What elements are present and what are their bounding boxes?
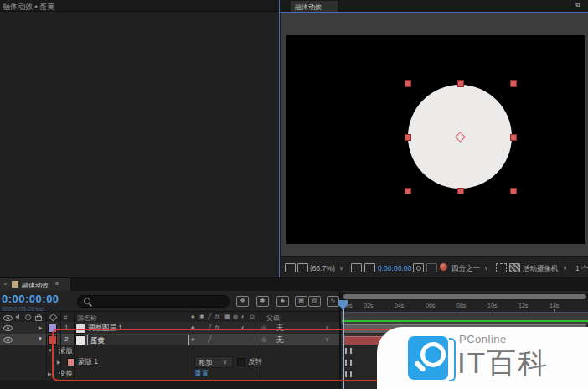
draft-3d-icon[interactable]: ✱: [256, 296, 269, 307]
composition-panel: 融体动效 ⧉ (66.7%) ∨ 0:00:00:00 四分之一 ∨ 活动摄像机…: [279, 0, 588, 277]
current-time-display[interactable]: 0:00:00:00: [2, 293, 59, 305]
ruler-label: 04s: [395, 303, 404, 309]
resolution-value[interactable]: 四分之一: [451, 264, 480, 274]
ruler-label: 06s: [426, 303, 435, 309]
watermark-logo: [408, 336, 448, 380]
watermark-title: IT百科: [457, 344, 549, 383]
timeline-tab-bar: × 融体动效 ≡: [0, 278, 588, 291]
panel-corner-icon[interactable]: ⧉: [575, 1, 580, 9]
search-input[interactable]: [77, 295, 230, 308]
selection-handle[interactable]: [405, 134, 411, 141]
expand-triangle-icon[interactable]: ▼: [38, 336, 43, 341]
monitor-icon[interactable]: [297, 263, 308, 272]
fx-switch-icon: fx: [215, 314, 219, 319]
lock-column-icon: [35, 316, 42, 321]
expand-triangle-icon[interactable]: ▶: [48, 371, 52, 376]
motion-blur-icon[interactable]: ◍: [308, 296, 321, 307]
selection-handle[interactable]: [457, 188, 464, 194]
resolution-chevron-icon[interactable]: ∨: [484, 265, 488, 272]
magnification-value[interactable]: (66.7%): [310, 264, 335, 272]
selection-handle[interactable]: [405, 188, 411, 194]
after-effects-window: { "left_panel": { "title": "融体动效 • 蛋黄" }…: [0, 0, 588, 389]
ruler-label: 02s: [364, 303, 373, 309]
selection-handle[interactable]: [510, 134, 517, 141]
selection-handle[interactable]: [510, 188, 517, 194]
shy-switch-icon: ♣: [191, 314, 195, 319]
audio-column-icon: [15, 314, 19, 319]
timeline-tab[interactable]: × 融体动效 ≡: [0, 278, 70, 291]
comp-tab-bar: 融体动效 ⧉: [280, 0, 588, 13]
comp-tab-label: 融体动效: [295, 3, 322, 12]
timeline-tab-label: 融体动效: [22, 281, 49, 290]
column-divider[interactable]: [46, 311, 47, 379]
selection-handle[interactable]: [457, 80, 464, 87]
label-column-icon: [49, 314, 58, 322]
navigator-thumb[interactable]: [343, 294, 586, 299]
ruler-label: 10s: [487, 303, 497, 309]
eye-icon[interactable]: [3, 325, 13, 331]
grid-options-icon[interactable]: [351, 263, 362, 272]
number-column-header: #: [64, 314, 67, 321]
snapshot-icon[interactable]: [413, 263, 424, 272]
adjustment-switch-icon: ◐: [241, 314, 245, 319]
time-ruler[interactable]: 0s 02s 04s 06s 08s 10s 12s 14s: [341, 300, 588, 312]
mini-flowchart-icon[interactable]: ❖: [236, 296, 249, 307]
effect-controls-header[interactable]: 融体动效 • 蛋黄: [0, 0, 279, 12]
video-column-icon: [3, 315, 13, 321]
shy-layers-icon[interactable]: ♣: [276, 296, 289, 307]
comp-tab[interactable]: 融体动效: [291, 1, 338, 12]
watermark-card: PConline IT百科: [377, 327, 588, 389]
effect-controls-panel: 融体动效 • 蛋黄: [0, 0, 279, 277]
graph-editor-icon[interactable]: ∿: [327, 296, 339, 307]
toolbar-timecode[interactable]: 0:00:00:00: [378, 264, 411, 272]
quality-switch-icon: ╱: [208, 314, 211, 320]
view-layout-value[interactable]: 活动摄像机: [523, 264, 559, 274]
comp-icon: [12, 281, 18, 288]
selection-handle[interactable]: [510, 80, 517, 87]
views-value[interactable]: 1 个: [575, 264, 588, 274]
comp-toolbar: (66.7%) ∨ 0:00:00:00 四分之一 ∨ 活动摄像机 ∨ 1 个: [281, 256, 588, 278]
frame-blend-switch-icon: ▦: [224, 314, 230, 320]
watermark-page-curl: [449, 338, 456, 381]
effect-controls-title: 融体动效 • 蛋黄: [3, 2, 54, 13]
region-of-interest-icon[interactable]: [496, 263, 507, 272]
channels-icon[interactable]: [440, 263, 447, 271]
frame-blend-icon[interactable]: ▦: [295, 296, 307, 307]
eye-icon[interactable]: [3, 337, 13, 343]
collapse-switch-icon: ✱: [199, 314, 204, 320]
time-navigator[interactable]: [341, 293, 588, 300]
safe-margins-icon[interactable]: [364, 263, 375, 272]
ruler-label: 12s: [518, 303, 528, 309]
camera-chevron-icon[interactable]: ∨: [563, 265, 567, 272]
motion-blur-switch-icon: ◍: [233, 314, 238, 320]
expand-triangle-icon[interactable]: ▶: [39, 324, 43, 330]
search-icon: [84, 298, 90, 304]
threed-switch-icon: ⊙: [250, 314, 255, 320]
solo-column-icon: [25, 314, 31, 320]
show-snapshot-icon[interactable]: [426, 263, 437, 272]
always-preview-icon[interactable]: [285, 263, 296, 272]
transparency-grid-icon[interactable]: [509, 263, 520, 272]
tab-close-icon[interactable]: ×: [3, 280, 8, 288]
panel-menu-icon[interactable]: ≡: [55, 280, 59, 288]
selection-handle[interactable]: [405, 80, 411, 87]
watermark-magnifier-icon: [420, 342, 446, 367]
magnification-chevron-icon[interactable]: ∨: [339, 265, 343, 272]
ruler-label: 08s: [456, 303, 466, 309]
ruler-label: 14s: [549, 303, 559, 309]
cache-green-bar: [342, 320, 588, 322]
